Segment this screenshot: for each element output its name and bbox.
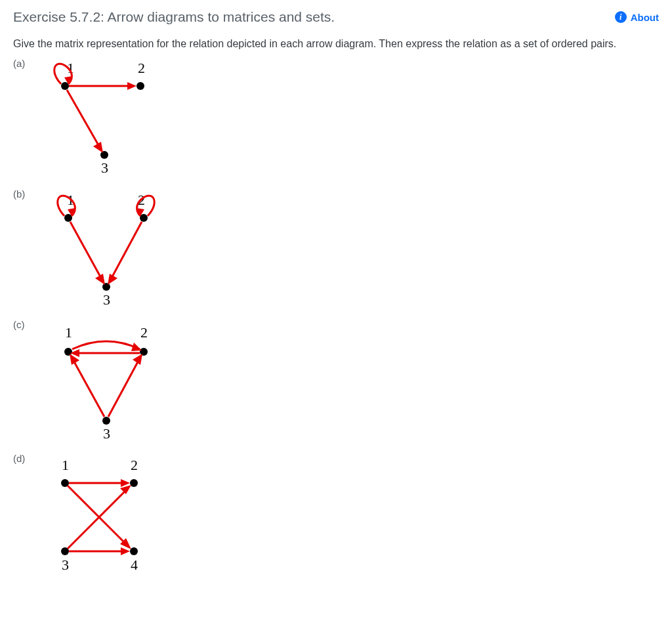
svg-point-2 — [100, 151, 108, 159]
svg-line-15 — [110, 222, 142, 282]
exercise-page: Exercise 5.7.2: Arrow diagrams to matric… — [0, 0, 672, 600]
svg-point-1 — [136, 82, 144, 90]
part-d-label: (d) — [13, 453, 33, 464]
node-label-3: 3 — [103, 425, 110, 442]
part-c: (c) 1 2 3 — [13, 319, 659, 446]
svg-marker-20 — [131, 343, 142, 351]
svg-line-25 — [108, 357, 140, 417]
about-label: About — [631, 12, 659, 23]
about-button[interactable]: i About — [615, 11, 659, 23]
node-label-3: 3 — [103, 291, 110, 308]
node-label-3: 3 — [101, 159, 108, 176]
svg-point-30 — [130, 547, 138, 555]
svg-marker-5 — [127, 82, 136, 90]
svg-marker-38 — [121, 547, 130, 555]
svg-line-33 — [68, 488, 129, 549]
node-label-2: 2 — [138, 60, 145, 76]
part-b-label: (b) — [13, 188, 33, 200]
diagram-d: 1 2 3 4 — [35, 453, 160, 580]
svg-point-17 — [64, 348, 72, 356]
diagram-a: 1 2 3 — [35, 58, 160, 182]
svg-line-13 — [70, 222, 103, 282]
part-d: (d) 1 2 3 4 — [13, 453, 659, 580]
part-b: (b) 1 2 3 — [13, 188, 659, 312]
svg-line-6 — [67, 90, 101, 150]
diagram-b: 1 2 3 — [35, 188, 173, 312]
header: Exercise 5.7.2: Arrow diagrams to matric… — [13, 9, 659, 25]
instruction-text: Give the matrix representation for the r… — [13, 37, 659, 51]
info-icon: i — [615, 11, 627, 23]
exercise-title: Exercise 5.7.2: Arrow diagrams to matric… — [13, 9, 335, 25]
part-a: (a) 1 2 3 — [13, 58, 659, 182]
svg-point-19 — [102, 417, 110, 425]
part-c-label: (c) — [13, 319, 33, 330]
diagram-c: 1 2 3 — [35, 319, 167, 446]
svg-line-23 — [72, 357, 104, 417]
svg-marker-32 — [121, 479, 130, 487]
svg-point-18 — [140, 348, 148, 356]
node-label-2: 2 — [140, 324, 148, 341]
node-label-1: 1 — [65, 324, 72, 341]
svg-point-28 — [130, 479, 138, 487]
svg-point-10 — [102, 283, 110, 291]
node-label-4: 4 — [131, 557, 138, 573]
node-label-2: 2 — [131, 457, 138, 473]
node-label-1: 1 — [62, 457, 69, 473]
node-label-3: 3 — [62, 557, 69, 573]
part-a-label: (a) — [13, 58, 33, 69]
svg-line-35 — [68, 486, 129, 547]
